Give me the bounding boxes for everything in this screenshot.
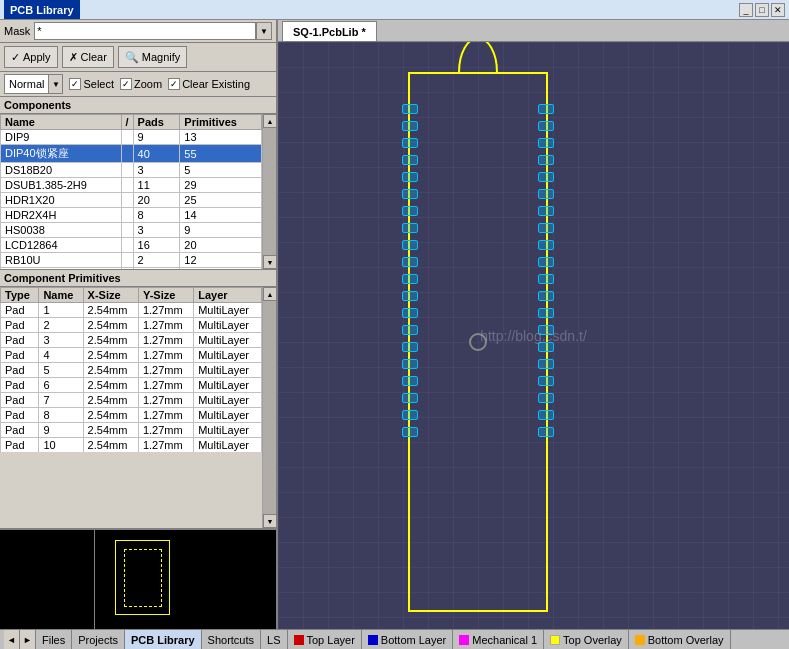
mask-input[interactable] [34,22,256,40]
preview-left [0,530,95,629]
prim-col-type[interactable]: Type [1,288,39,303]
magnify-icon: 🔍 [125,51,139,64]
status-pcb-library[interactable]: PCB Library [125,630,202,649]
pad-l3 [402,138,418,148]
prim-col-xsize[interactable]: X-Size [83,288,138,303]
scroll-down-btn[interactable]: ▼ [263,255,277,269]
table-row[interactable]: BR470U 2 14 [1,268,262,270]
prim-scroll-up-btn[interactable]: ▲ [263,287,276,301]
table-row[interactable]: HS0038 3 9 [1,223,262,238]
pad-l18 [402,393,418,403]
col-primitives[interactable]: Primitives [180,115,262,130]
status-shortcuts[interactable]: Shortcuts [202,630,261,649]
pad-r10 [538,257,554,267]
status-files[interactable]: Files [36,630,72,649]
zoom-checkbox[interactable]: ✓ [120,78,132,90]
comp-pads: 2 [133,253,180,268]
status-mechanical1[interactable]: Mechanical 1 [453,630,544,649]
pad-l20 [402,427,418,437]
col-name[interactable]: Name [1,115,122,130]
magnify-button[interactable]: 🔍 Magnify [118,46,188,68]
pads-right [538,104,554,437]
table-row[interactable]: LCD12864 16 20 [1,238,262,253]
pads-left [402,104,418,437]
prim-col-layer[interactable]: Layer [194,288,262,303]
clear-button[interactable]: ✗ Clear [62,46,114,68]
status-bottom-layer[interactable]: Bottom Layer [362,630,453,649]
primitives-table-container[interactable]: Type Name X-Size Y-Size Layer Pad 1 2.54… [0,287,262,452]
pcb-canvas[interactable]: http://blog.csdn.t/ [278,42,789,629]
pad-r3 [538,138,554,148]
table-row[interactable]: DS18B20 3 5 [1,163,262,178]
comp-slash [121,193,133,208]
pad-r9 [538,240,554,250]
col-slash[interactable]: / [121,115,133,130]
apply-button[interactable]: ✓ Apply [4,46,58,68]
status-top-layer[interactable]: Top Layer [288,630,362,649]
comp-slash [121,208,133,223]
primitives-scrollbar[interactable]: ▲ ▼ [262,287,276,528]
table-row[interactable]: RB10U 2 12 [1,253,262,268]
status-top-overlay[interactable]: Top Overlay [544,630,629,649]
close-button[interactable]: ✕ [771,3,785,17]
status-projects[interactable]: Projects [72,630,125,649]
table-row[interactable]: HDR1X20 20 25 [1,193,262,208]
table-row[interactable]: Pad 3 2.54mm 1.27mm MultiLayer [1,333,262,348]
nav-left-arrow[interactable]: ◄ [4,630,20,650]
pad-l19 [402,410,418,420]
table-row[interactable]: Pad 7 2.54mm 1.27mm MultiLayer [1,393,262,408]
scroll-up-btn[interactable]: ▲ [263,114,277,128]
comp-primitives: 9 [180,223,262,238]
select-checkbox[interactable]: ✓ [69,78,81,90]
comp-slash [121,178,133,193]
prim-xsize: 2.54mm [83,333,138,348]
mode-row: Normal ▼ ✓ Select ✓ Zoom ✓ Clear Existin… [0,72,276,97]
table-row[interactable]: Pad 4 2.54mm 1.27mm MultiLayer [1,348,262,363]
minimize-button[interactable]: _ [739,3,753,17]
clear-existing-checkbox[interactable]: ✓ [168,78,180,90]
prim-type: Pad [1,393,39,408]
prim-col-name[interactable]: Name [39,288,83,303]
comp-name: DSUB1.385-2H9 [1,178,122,193]
col-pads[interactable]: Pads [133,115,180,130]
bottom-layer-label: Bottom Layer [381,634,446,646]
table-row[interactable]: Pad 10 2.54mm 1.27mm MultiLayer [1,438,262,453]
mode-dropdown-arrow[interactable]: ▼ [48,75,62,93]
tab-bar: SQ-1.PcbLib * [278,20,789,42]
maximize-button[interactable]: □ [755,3,769,17]
status-bottom-overlay[interactable]: Bottom Overlay [629,630,731,649]
prim-scroll-thumb[interactable] [263,301,276,514]
nav-right-arrow[interactable]: ► [20,630,36,650]
prim-type: Pad [1,438,39,453]
components-table-container[interactable]: Name / Pads Primitives DIP9 9 13 DIP40锁紧… [0,114,262,269]
comp-name: HDR2X4H [1,208,122,223]
mask-dropdown[interactable]: ▼ [256,22,272,40]
prim-name: 1 [39,303,83,318]
prim-xsize: 2.54mm [83,348,138,363]
pad-r16 [538,359,554,369]
comp-primitives: 55 [180,145,262,163]
table-row[interactable]: Pad 1 2.54mm 1.27mm MultiLayer [1,303,262,318]
table-row[interactable]: DIP9 9 13 [1,130,262,145]
prim-layer: MultiLayer [194,318,262,333]
table-row[interactable]: Pad 9 2.54mm 1.27mm MultiLayer [1,423,262,438]
prim-col-ysize[interactable]: Y-Size [138,288,193,303]
toolbar-row: ✓ Apply ✗ Clear 🔍 Magnify [0,43,276,72]
pad-r7 [538,206,554,216]
table-row[interactable]: Pad 8 2.54mm 1.27mm MultiLayer [1,408,262,423]
comp-pads: 2 [133,268,180,270]
components-scrollbar[interactable]: ▲ ▼ [262,114,276,269]
table-row[interactable]: HDR2X4H 8 14 [1,208,262,223]
prim-layer: MultiLayer [194,363,262,378]
tab-pcblib[interactable]: SQ-1.PcbLib * [282,21,377,41]
table-row[interactable]: Pad 6 2.54mm 1.27mm MultiLayer [1,378,262,393]
prim-scroll-down-btn[interactable]: ▼ [263,514,276,528]
table-row[interactable]: DIP40锁紧座 40 55 [1,145,262,163]
pad-r6 [538,189,554,199]
table-row[interactable]: Pad 2 2.54mm 1.27mm MultiLayer [1,318,262,333]
mask-label: Mask [4,25,30,37]
mode-select-wrapper[interactable]: Normal ▼ [4,74,63,94]
table-row[interactable]: Pad 5 2.54mm 1.27mm MultiLayer [1,363,262,378]
scroll-thumb[interactable] [263,128,276,255]
table-row[interactable]: DSUB1.385-2H9 11 29 [1,178,262,193]
